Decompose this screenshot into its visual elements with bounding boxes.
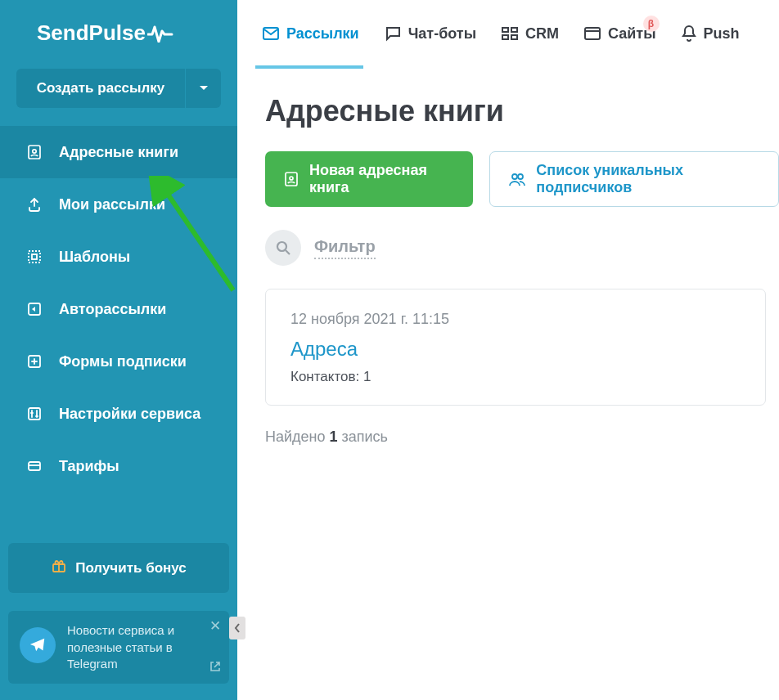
address-book-icon — [283, 171, 299, 187]
sidebar-item-label: Авторассылки — [59, 301, 166, 318]
sidebar-item-label: Формы подписки — [59, 353, 187, 370]
svg-rect-6 — [29, 408, 40, 420]
unique-subscribers-button[interactable]: Список уникальных подписчиков — [489, 151, 779, 207]
sidebar-item-label: Адресные книги — [59, 144, 178, 161]
page-title: Адресные книги — [265, 94, 779, 128]
card-contacts-count: Контактов: 1 — [290, 369, 741, 385]
search-icon — [275, 240, 291, 256]
sidebar-item-label: Шаблоны — [59, 249, 130, 266]
upload-icon — [23, 196, 46, 213]
brand-text: SendPulse — [37, 20, 146, 46]
found-count: 1 — [330, 429, 338, 445]
logo[interactable]: SendPulse — [0, 0, 237, 54]
search-button[interactable] — [265, 230, 301, 266]
sidebar-item-pricing[interactable]: Тарифы — [0, 440, 237, 492]
found-suffix: запись — [338, 429, 388, 445]
sidebar-item-automations[interactable]: Авторассылки — [0, 283, 237, 335]
template-icon — [23, 249, 46, 265]
sidebar-item-settings[interactable]: Настройки сервиса — [0, 388, 237, 440]
card-icon — [23, 458, 46, 474]
chevron-left-icon — [234, 623, 241, 633]
svg-point-17 — [512, 174, 517, 179]
svg-point-1 — [33, 150, 36, 153]
sidebar: SendPulse Создать рассылку Адресные книг… — [0, 0, 237, 700]
svg-point-18 — [518, 174, 523, 179]
svg-rect-13 — [511, 35, 517, 39]
svg-rect-2 — [29, 251, 40, 262]
top-nav: Рассылки Чат-боты CRM Сайты β Push — [237, 0, 779, 70]
tab-sites[interactable]: Сайты β — [583, 25, 655, 44]
beta-badge: β — [643, 16, 660, 32]
pulse-icon — [147, 25, 173, 43]
card-title[interactable]: Адреса — [290, 338, 741, 361]
sidebar-collapse-handle[interactable] — [229, 617, 245, 639]
card-date: 12 ноября 2021 г. 11:15 — [290, 311, 741, 328]
create-campaign-label: Создать рассылку — [37, 80, 165, 96]
tab-label: CRM — [525, 25, 559, 43]
action-row: Новая адресная книга Список уникальных п… — [265, 151, 779, 207]
site-icon — [583, 26, 601, 41]
crm-icon — [501, 26, 519, 41]
users-icon — [508, 171, 526, 187]
svg-point-16 — [290, 177, 293, 180]
svg-rect-12 — [502, 35, 508, 39]
sidebar-item-templates[interactable]: Шаблоны — [0, 231, 237, 283]
found-prefix: Найдено — [265, 429, 330, 445]
mail-icon — [262, 26, 280, 41]
create-campaign-dropdown[interactable] — [185, 69, 221, 108]
address-book-card[interactable]: 12 ноября 2021 г. 11:15 Адреса Контактов… — [265, 289, 766, 406]
form-icon — [23, 353, 46, 370]
sidebar-item-label: Настройки сервиса — [59, 406, 200, 423]
bonus-card[interactable]: Получить бонус — [8, 543, 229, 593]
active-tab-underline — [255, 65, 363, 69]
create-campaign-button[interactable]: Создать рассылку — [16, 69, 185, 108]
telegram-icon — [20, 627, 56, 663]
sidebar-item-forms[interactable]: Формы подписки — [0, 335, 237, 388]
svg-rect-15 — [286, 173, 297, 186]
sidebar-nav: Адресные книги Мои рассылки Шаблоны Авто… — [0, 126, 237, 533]
create-campaign-row: Создать рассылку — [0, 54, 237, 126]
svg-point-19 — [277, 242, 286, 251]
bonus-label: Получить бонус — [75, 560, 187, 577]
tab-label: Push — [704, 25, 740, 43]
filter-row: Фильтр — [265, 230, 779, 266]
external-link-icon — [209, 661, 221, 675]
sidebar-item-my-campaigns[interactable]: Мои рассылки — [0, 178, 237, 231]
svg-rect-7 — [29, 462, 40, 470]
telegram-news-text: Новости сервиса и полезные статьи в Tele… — [67, 622, 218, 672]
button-label: Список уникальных подписчиков — [536, 162, 760, 196]
main-area: Рассылки Чат-боты CRM Сайты β Push — [237, 0, 779, 700]
tab-label: Чат-боты — [408, 25, 476, 43]
settings-icon — [23, 406, 46, 422]
found-records-line: Найдено 1 запись — [265, 429, 779, 446]
telegram-news-card[interactable]: Новости сервиса и полезные статьи в Tele… — [8, 611, 229, 684]
svg-rect-14 — [585, 28, 600, 39]
tab-crm[interactable]: CRM — [501, 25, 559, 44]
svg-rect-10 — [502, 28, 508, 32]
svg-rect-0 — [29, 146, 40, 159]
new-address-book-button[interactable]: Новая адресная книга — [265, 151, 473, 207]
tab-label: Рассылки — [286, 25, 359, 43]
tab-campaigns[interactable]: Рассылки — [262, 25, 359, 44]
automation-icon — [23, 301, 46, 317]
address-book-icon — [23, 144, 46, 160]
bell-icon — [681, 25, 697, 43]
sidebar-item-address-books[interactable]: Адресные книги — [0, 126, 237, 178]
tab-chatbots[interactable]: Чат-боты — [384, 25, 476, 44]
tab-push[interactable]: Push — [681, 25, 740, 44]
gift-icon — [51, 558, 67, 578]
sidebar-item-label: Мои рассылки — [59, 196, 165, 213]
svg-rect-11 — [511, 28, 517, 32]
close-icon[interactable]: ✕ — [209, 617, 221, 635]
filter-toggle[interactable]: Фильтр — [314, 237, 376, 259]
page-content: Адресные книги Новая адресная книга Спис… — [237, 70, 779, 446]
sidebar-item-label: Тарифы — [59, 458, 119, 475]
chevron-down-icon — [199, 85, 209, 92]
button-label: Новая адресная книга — [309, 162, 455, 196]
chat-icon — [384, 25, 402, 42]
svg-rect-3 — [32, 254, 37, 259]
